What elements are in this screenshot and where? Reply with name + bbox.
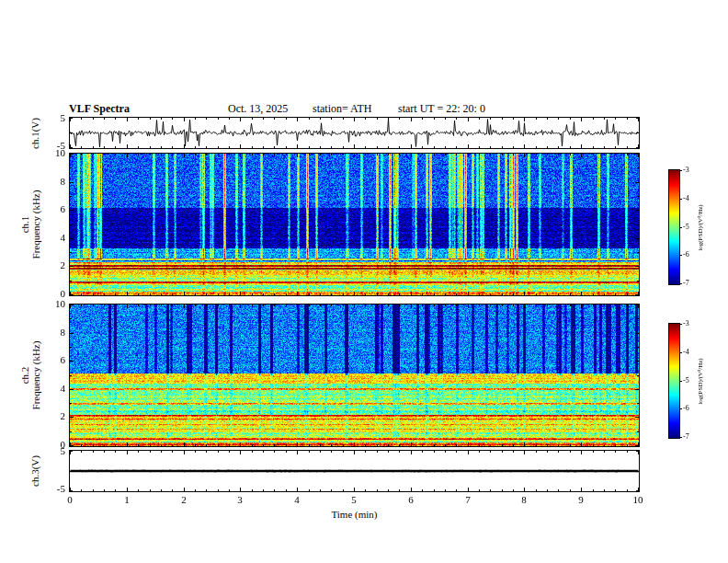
y-tick: [637, 167, 639, 168]
freq-tick-label: 6: [49, 204, 65, 214]
x-tick: [513, 444, 514, 446]
x-tick: [399, 444, 400, 446]
x-tick: [297, 304, 298, 308]
x-tick: [456, 451, 457, 453]
x-tick: [513, 118, 514, 120]
x-tick: [558, 444, 559, 446]
time-tick-label: 5: [345, 495, 363, 505]
x-tick: [184, 304, 185, 308]
x-tick: [127, 154, 128, 157]
y-tick: [635, 294, 639, 295]
x-tick: [399, 154, 400, 155]
time-tick-label: 6: [402, 495, 420, 505]
x-tick: [206, 444, 207, 446]
y-tick: [70, 490, 73, 491]
colorbar-1-axis-label: log(PSD)/(V²/Hz): [693, 169, 708, 285]
x-tick: [150, 146, 151, 148]
y-tick: [636, 471, 639, 472]
y-tick: [635, 266, 639, 267]
x-tick: [81, 304, 82, 306]
x-tick: [274, 304, 275, 306]
x-tick: [604, 146, 605, 148]
x-tick: [615, 146, 616, 148]
x-tick: [184, 451, 185, 454]
x-tick: [138, 304, 139, 306]
x-tick: [502, 293, 503, 295]
x-tick: [388, 489, 389, 491]
start-ut-label: start UT = 22: 20: 0: [398, 102, 485, 116]
y-tick: [70, 445, 74, 446]
x-tick: [354, 144, 355, 148]
colorbar-tick: [679, 255, 682, 256]
x-tick: [184, 292, 185, 295]
x-tick: [434, 293, 435, 295]
x-tick: [206, 118, 207, 120]
x-tick: [627, 444, 628, 446]
x-tick: [309, 489, 310, 491]
volt-tick-label: -5: [49, 484, 65, 494]
ch1-spectrogram-panel: [69, 153, 640, 296]
x-tick: [297, 292, 298, 295]
x-tick: [206, 146, 207, 148]
y-tick: [637, 252, 639, 253]
x-tick: [490, 293, 491, 295]
x-tick: [479, 118, 480, 120]
y-tick: [637, 431, 639, 432]
x-tick: [218, 304, 219, 306]
x-tick: [320, 293, 321, 295]
x-tick: [161, 146, 162, 148]
x-tick: [161, 489, 162, 491]
x-tick: [411, 442, 412, 446]
x-tick: [399, 451, 400, 453]
x-tick: [81, 154, 82, 155]
volt-tick-label: 5: [49, 113, 65, 123]
x-tick: [81, 293, 82, 295]
x-tick: [536, 444, 537, 446]
x-tick: [524, 442, 525, 446]
x-tick: [513, 293, 514, 295]
x-tick: [377, 118, 378, 120]
x-tick: [490, 451, 491, 453]
y-tick: [635, 304, 639, 305]
x-tick: [286, 489, 287, 491]
x-tick: [229, 489, 230, 491]
x-tick: [343, 489, 344, 491]
x-tick: [468, 442, 469, 446]
y-tick: [70, 154, 74, 155]
x-tick: [218, 154, 219, 155]
x-tick: [297, 118, 298, 121]
x-tick: [150, 154, 151, 155]
x-tick: [411, 154, 412, 157]
x-tick: [502, 489, 503, 491]
ch2-spec-label-line1: ch.2: [19, 341, 30, 410]
x-tick: [309, 451, 310, 453]
x-tick: [309, 118, 310, 120]
time-tick-label: 7: [459, 495, 477, 505]
x-tick: [434, 451, 435, 453]
x-tick: [399, 489, 400, 491]
x-tick: [399, 304, 400, 306]
x-tick: [479, 444, 480, 446]
x-tick: [377, 293, 378, 295]
x-tick: [547, 304, 548, 306]
x-tick: [138, 444, 139, 446]
x-tick: [331, 154, 332, 155]
x-tick: [127, 451, 128, 454]
x-tick: [172, 451, 173, 453]
x-tick: [604, 293, 605, 295]
ch2-spectrogram-canvas: [70, 304, 639, 446]
x-tick: [536, 146, 537, 148]
x-tick: [343, 293, 344, 295]
x-tick: [127, 144, 128, 148]
ch2-spec-label-line2: Frequency (kHz): [30, 341, 41, 410]
x-tick: [593, 489, 594, 491]
x-tick: [229, 304, 230, 306]
x-tick: [297, 488, 298, 491]
x-tick: [263, 451, 264, 453]
x-tick: [354, 304, 355, 308]
x-tick: [320, 444, 321, 446]
x-tick: [388, 118, 389, 120]
x-tick: [343, 146, 344, 148]
y-tick: [70, 167, 72, 168]
y-tick: [635, 154, 639, 155]
